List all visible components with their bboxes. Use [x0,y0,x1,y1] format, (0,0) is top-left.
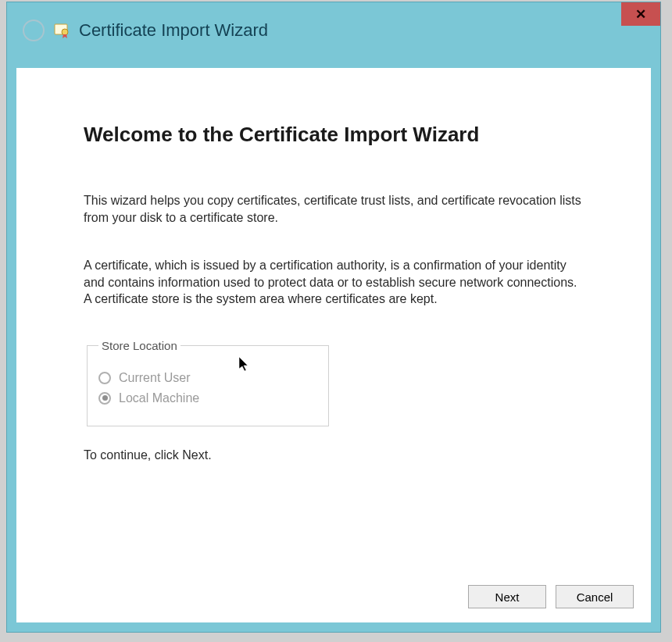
close-icon: ✕ [635,6,646,23]
radio-current-user: Current User [98,371,317,385]
radio-label-local-machine: Local Machine [119,391,199,405]
continue-instruction: To continue, click Next. [84,448,584,462]
window-title: Certificate Import Wizard [79,20,268,41]
button-row: Next Cancel [468,585,634,608]
intro-paragraph-2: A certificate, which is issued by a cert… [84,257,584,308]
cancel-button[interactable]: Cancel [556,585,634,608]
radio-local-machine: Local Machine [98,391,317,405]
title-bar: Certificate Import Wizard [7,2,660,55]
wizard-window: ✕ Certificate Import Wizard Welcome to t… [6,2,661,633]
certificate-icon [52,21,71,40]
store-location-fieldset: Store Location Current User Local Machin… [87,339,329,426]
next-button[interactable]: Next [468,585,546,608]
radio-label-current-user: Current User [119,371,191,385]
wizard-heading: Welcome to the Certificate Import Wizard [84,123,584,147]
nav-back-circle [23,20,45,41]
radio-icon [98,372,111,384]
intro-paragraph-1: This wizard helps you copy certificates,… [84,192,584,226]
store-location-legend: Store Location [98,339,181,352]
content-pane: Welcome to the Certificate Import Wizard… [16,68,651,622]
radio-icon-selected [98,392,111,405]
svg-point-1 [62,29,68,35]
close-button[interactable]: ✕ [621,2,660,26]
